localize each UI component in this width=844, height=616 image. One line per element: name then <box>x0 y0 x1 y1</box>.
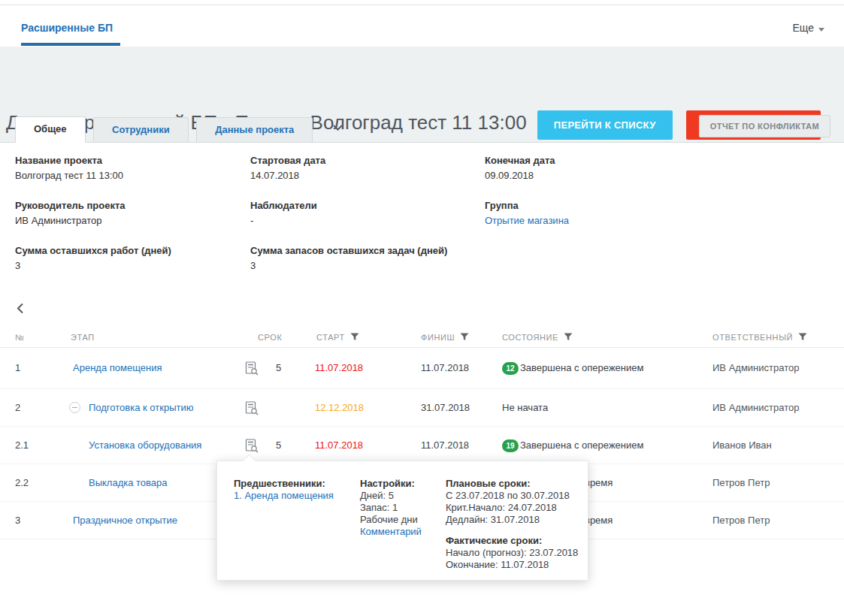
column-header-finish-label: ФИНИШ <box>421 333 455 342</box>
filter-icon[interactable] <box>350 333 359 341</box>
topbar: Расширенные БП Еще <box>0 5 844 47</box>
responsible-cell: Иванов Иван <box>712 427 772 464</box>
stage-details-icon[interactable] <box>245 401 259 418</box>
stage-link[interactable]: Праздничное открытие <box>73 502 177 539</box>
duration-cell: 5 <box>276 347 281 389</box>
column-header-state: СОСТОЯНИЕ <box>502 328 573 347</box>
planned-range: С 23.07.2018 по 30.07.2018 <box>446 490 578 502</box>
status-text: Завершена с опережением <box>520 427 643 464</box>
field-value: Волгоград тест 11 13:00 <box>15 168 123 183</box>
finish-date: 31.07.2018 <box>421 389 470 427</box>
planned-crit-start: Крит.Начало: 24.07.2018 <box>446 502 578 514</box>
planned-deadline: Дедлайн: 31.07.2018 <box>446 514 578 526</box>
row-number: 2 <box>15 389 20 427</box>
column-header-stage: ЭТАП <box>71 328 95 347</box>
tab-strip: Общее Сотрудники Данные проекта <box>15 116 343 143</box>
duration-cell: 5 <box>276 427 281 464</box>
stage-details-tooltip: Предшественники: 1. Аренда помещения Нас… <box>216 460 588 581</box>
stage-link[interactable]: Аренда помещения <box>73 347 162 389</box>
tab-project-data[interactable]: Данные проекта <box>196 117 313 143</box>
setting-days: Дней: 5 <box>360 490 422 502</box>
responsible-cell: ИВ Администратор <box>712 389 799 427</box>
column-header-resp-label: ОТВЕТСТВЕННЫЙ <box>712 333 793 342</box>
finish-date: 11.07.2018 <box>421 427 469 464</box>
field-label: Сумма запасов оставшихся задач (дней) <box>250 243 447 258</box>
tooltip-dates: Плановые сроки: С 23.07.2018 по 30.07.20… <box>446 478 578 571</box>
tab-employees[interactable]: Сотрудники <box>93 117 189 143</box>
collapse-back-icon[interactable] <box>17 303 24 317</box>
column-header-srok: СРОК <box>258 328 282 347</box>
row-number: 2.1 <box>15 427 29 464</box>
finish-date: 11.07.2018 <box>421 347 469 389</box>
stage-details-icon[interactable] <box>245 439 259 455</box>
tabs-more-chevron-icon[interactable] <box>333 120 343 143</box>
stage-link[interactable]: Выкладка товара <box>89 464 168 502</box>
field-value: - <box>250 213 317 228</box>
conflicts-report-button[interactable]: ОТЧЕТ ПО КОНФЛИКТАМ <box>699 115 830 137</box>
filter-icon[interactable] <box>460 333 469 341</box>
more-menu-label: Еще <box>793 22 815 34</box>
column-header-num: № <box>15 328 24 347</box>
start-date: 11.07.2018 <box>315 427 363 464</box>
title-band: Демонстрационный БП - Проект: Волгоград … <box>0 47 844 143</box>
tab-general[interactable]: Общее <box>15 116 86 143</box>
field-group: Группа Отрытие магазина <box>485 198 569 228</box>
table-row: 2.1 Установка оборудования 5 11.07.2018 … <box>0 427 844 464</box>
setting-workdays: Рабочие дни <box>360 514 422 526</box>
column-header-start-label: СТАРТ <box>316 333 345 342</box>
comment-link[interactable]: Комментарий <box>360 526 422 538</box>
field-label: Группа <box>485 198 569 213</box>
row-number: 1 <box>15 347 20 389</box>
responsible-cell: Петров Петр <box>712 502 770 539</box>
toptab-active-underline <box>21 43 120 46</box>
tooltip-planned-title: Плановые сроки: <box>446 478 578 490</box>
field-label: Сумма оставшихся работ (дней) <box>15 243 171 258</box>
field-project-name: Название проекта Волгоград тест 11 13:00 <box>15 153 123 183</box>
filter-icon[interactable] <box>564 333 573 341</box>
field-value: ИВ Администратор <box>15 213 126 228</box>
tooltip-actual-title: Фактические сроки: <box>446 535 578 547</box>
table-row: 1 Аренда помещения 5 11.07.2018 11.07.20… <box>0 347 844 389</box>
column-header-state-label: СОСТОЯНИЕ <box>502 333 558 342</box>
start-date: 11.07.2018 <box>315 347 363 389</box>
field-label: Наблюдатели <box>250 198 317 213</box>
row-number: 2.2 <box>15 464 29 502</box>
field-remaining-reserve: Сумма запасов оставшихся задач (дней) 3 <box>250 243 447 273</box>
table-header: № ЭТАП СРОК СТАРТ ФИНИШ СОСТОЯНИЕ ОТВЕТС… <box>0 328 844 347</box>
tooltip-settings-title: Настройки: <box>360 478 422 490</box>
stage-link[interactable]: Установка оборудования <box>89 427 201 464</box>
go-to-list-button[interactable]: ПЕРЕЙТИ К СПИСКУ <box>537 110 673 140</box>
row-number: 3 <box>15 502 20 539</box>
status-badge: 19 <box>502 439 519 452</box>
collapse-minus-icon[interactable] <box>69 402 80 413</box>
more-menu[interactable]: Еще <box>793 22 825 34</box>
column-header-start: СТАРТ <box>316 328 359 347</box>
field-observers: Наблюдатели - <box>250 198 317 228</box>
stage-details-icon[interactable] <box>245 361 259 378</box>
setting-reserve: Запас: 1 <box>360 502 422 514</box>
responsible-cell: Петров Петр <box>712 464 770 502</box>
column-header-resp: ОТВЕТСТВЕННЫЙ <box>712 328 807 347</box>
stage-link[interactable]: Подготовка к открытию <box>89 389 193 427</box>
field-value: 14.07.2018 <box>250 168 325 183</box>
tooltip-settings: Настройки: Дней: 5 Запас: 1 Рабочие дни … <box>360 478 422 538</box>
filter-icon[interactable] <box>798 333 807 341</box>
toptab-advanced-bp[interactable]: Расширенные БП <box>21 22 113 34</box>
field-project-manager: Руководитель проекта ИВ Администратор <box>15 198 126 228</box>
field-value: 3 <box>15 258 171 273</box>
table-row: 2 Подготовка к открытию 12.12.2018 31.07… <box>0 389 844 427</box>
actual-start: Начало (прогноз): 23.07.2018 <box>446 547 578 559</box>
field-remaining-work: Сумма оставшихся работ (дней) 3 <box>15 243 171 273</box>
field-label: Название проекта <box>15 153 123 168</box>
group-link[interactable]: Отрытие магазина <box>485 215 569 226</box>
column-header-finish: ФИНИШ <box>421 328 469 347</box>
field-end-date: Конечная дата 09.09.2018 <box>485 153 555 183</box>
tooltip-predecessors: Предшественники: 1. Аренда помещения <box>234 478 334 502</box>
responsible-cell: ИВ Администратор <box>712 347 799 389</box>
tooltip-predecessors-title: Предшественники: <box>234 478 334 490</box>
field-label: Стартовая дата <box>250 153 325 168</box>
field-value: 09.09.2018 <box>485 168 555 183</box>
field-label: Руководитель проекта <box>15 198 126 213</box>
predecessor-link[interactable]: 1. Аренда помещения <box>234 490 334 502</box>
start-date: 12.12.2018 <box>315 389 364 427</box>
